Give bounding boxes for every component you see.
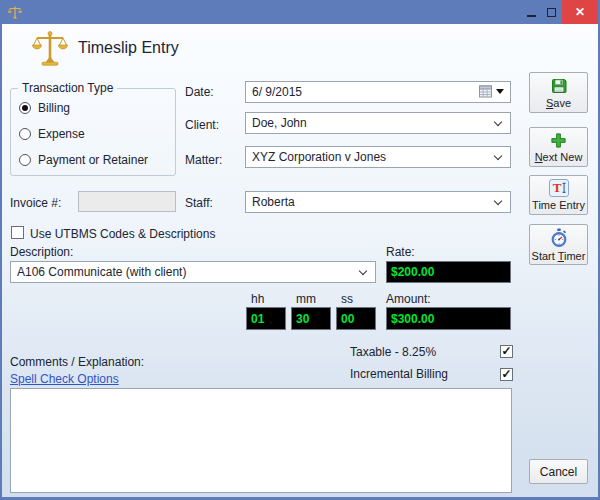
hh-value: 01: [251, 312, 264, 326]
invoice-label: Invoice #:: [10, 196, 61, 210]
transaction-type-legend: Transaction Type: [18, 81, 117, 95]
radio-expense[interactable]: Expense: [19, 127, 85, 141]
svg-text:T: T: [552, 180, 561, 195]
chevron-down-icon[interactable]: [494, 152, 502, 160]
radio-expense-label: Expense: [38, 127, 85, 141]
date-dropdown-arrow-icon[interactable]: [496, 89, 504, 94]
radio-billing-label: Billing: [38, 101, 70, 115]
date-field[interactable]: 6/ 9/2015: [245, 81, 511, 103]
radio-billing-circle[interactable]: [19, 102, 31, 114]
incremental-billing-checkbox[interactable]: [500, 368, 513, 381]
comments-textarea[interactable]: [10, 388, 512, 493]
radio-payment-circle[interactable]: [19, 154, 31, 166]
title-bar: ✕: [0, 0, 600, 24]
mm-label: mm: [296, 292, 316, 306]
hh-field[interactable]: 01: [246, 307, 286, 330]
staff-label: Staff:: [185, 196, 213, 210]
maximize-icon: [547, 8, 556, 17]
minimize-icon: [527, 15, 536, 17]
date-value: 6/ 9/2015: [252, 85, 302, 99]
rate-field[interactable]: $200.00: [386, 261, 511, 283]
timeslip-entry-window: ✕ Timeslip Entry Transaction Type Billin…: [0, 0, 600, 500]
chevron-down-icon[interactable]: [494, 197, 502, 205]
hh-label: hh: [251, 292, 264, 306]
radio-expense-circle[interactable]: [19, 128, 31, 140]
stopwatch-icon: [550, 228, 568, 248]
ss-field[interactable]: 00: [336, 307, 376, 330]
start-timer-button[interactable]: Start Timer: [529, 224, 588, 265]
client-label: Client:: [185, 118, 219, 132]
plus-icon: [550, 132, 567, 149]
description-value: A106 Communicate (with client): [17, 265, 186, 279]
utbms-label: Use UTBMS Codes & Descriptions: [30, 227, 215, 241]
taxable-checkbox[interactable]: [500, 345, 513, 358]
time-entry-button[interactable]: T Time Entry: [529, 175, 588, 215]
utbms-checkbox[interactable]: [11, 226, 24, 239]
matter-value: XYZ Corporation v Jones: [252, 150, 386, 164]
taxable-label: Taxable - 8.25%: [350, 345, 436, 359]
description-combo[interactable]: A106 Communicate (with client): [10, 261, 376, 283]
save-button[interactable]: Save: [529, 72, 588, 113]
incremental-billing-label: Incremental Billing: [350, 367, 448, 381]
calendar-icon[interactable]: [479, 85, 492, 98]
chevron-down-icon[interactable]: [494, 118, 502, 126]
rate-value: $200.00: [391, 265, 434, 279]
radio-billing[interactable]: Billing: [19, 101, 70, 115]
amount-field[interactable]: $300.00: [386, 307, 511, 330]
close-button[interactable]: ✕: [562, 0, 598, 24]
ss-value: 00: [341, 312, 354, 326]
scales-icon: [30, 30, 70, 66]
date-label: Date:: [185, 85, 214, 99]
time-entry-icon: T: [549, 179, 569, 197]
comments-label: Comments / Explanation:: [10, 355, 144, 369]
client-combo[interactable]: Doe, John: [245, 112, 511, 134]
minimize-button[interactable]: [521, 0, 541, 24]
rate-label: Rate:: [386, 245, 415, 259]
close-icon: ✕: [575, 5, 585, 19]
spell-check-options-link[interactable]: Spell Check Options: [10, 372, 119, 386]
cancel-button[interactable]: Cancel: [529, 459, 588, 484]
save-icon: [550, 77, 568, 95]
amount-value: $300.00: [391, 312, 434, 326]
cancel-label: Cancel: [540, 465, 577, 479]
mm-value: 30: [296, 312, 309, 326]
page-title: Timeslip Entry: [78, 39, 179, 57]
transaction-type-group: Transaction Type Billing Expense Payment…: [10, 88, 176, 176]
staff-value: Roberta: [252, 195, 295, 209]
staff-combo[interactable]: Roberta: [245, 191, 511, 213]
description-label: Description:: [10, 245, 73, 259]
matter-combo[interactable]: XYZ Corporation v Jones: [245, 146, 511, 168]
client-value: Doe, John: [252, 116, 307, 130]
radio-payment-label: Payment or Retainer: [38, 153, 148, 167]
amount-label: Amount:: [386, 292, 431, 306]
ss-label: ss: [341, 292, 353, 306]
mm-field[interactable]: 30: [291, 307, 331, 330]
maximize-button[interactable]: [541, 0, 561, 24]
invoice-field: [78, 191, 176, 212]
next-new-button[interactable]: Next New: [529, 127, 588, 167]
radio-payment-or-retainer[interactable]: Payment or Retainer: [19, 153, 148, 167]
matter-label: Matter:: [185, 153, 222, 167]
chevron-down-icon[interactable]: [359, 267, 367, 275]
app-scales-icon: [7, 5, 23, 20]
